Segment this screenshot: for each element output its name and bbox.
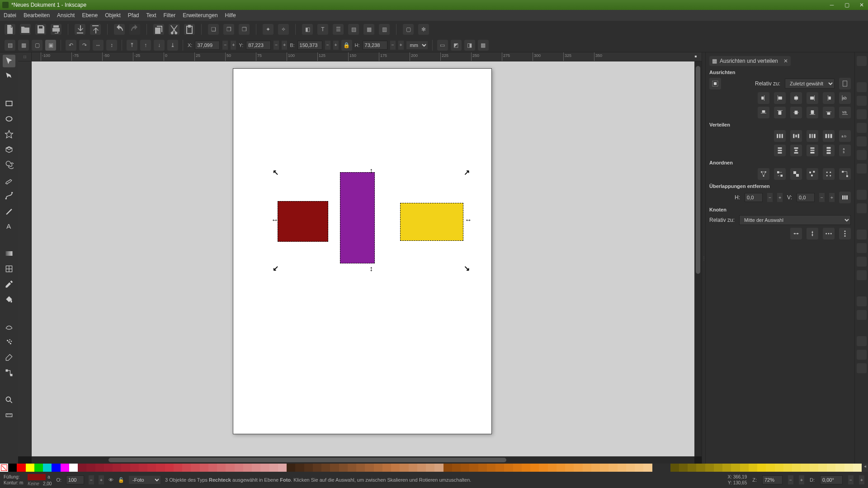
- dropper-tool[interactable]: [3, 278, 15, 291]
- save-button[interactable]: [35, 24, 46, 35]
- doc-properties-button[interactable]: ▢: [403, 24, 414, 35]
- align-bottom-out-button[interactable]: [823, 107, 835, 118]
- palette-menu-button[interactable]: ◂: [862, 464, 868, 472]
- swatch[interactable]: [174, 464, 182, 472]
- swatch[interactable]: [844, 464, 853, 472]
- redo-button[interactable]: [129, 24, 140, 35]
- affect-corners-button[interactable]: ◩: [451, 40, 462, 51]
- swatch[interactable]: [321, 464, 330, 472]
- opacity-inc[interactable]: +: [99, 475, 104, 484]
- flip-h-button[interactable]: ↔: [93, 40, 104, 51]
- dock-btn-17[interactable]: [857, 350, 867, 360]
- overlap-v-dec[interactable]: −: [819, 193, 825, 202]
- calligraphy-tool[interactable]: [3, 205, 15, 217]
- arrange-graph-button[interactable]: [758, 168, 769, 180]
- swatch[interactable]: [287, 464, 295, 472]
- bezier-tool[interactable]: [3, 189, 15, 202]
- swatch[interactable]: [670, 464, 679, 472]
- transform-button[interactable]: ▥: [379, 24, 390, 35]
- swatch[interactable]: [557, 464, 565, 472]
- swatch[interactable]: [705, 464, 714, 472]
- swatch[interactable]: [235, 464, 243, 472]
- swatch[interactable]: [714, 464, 722, 472]
- selector-tool[interactable]: [3, 55, 15, 67]
- select-all-layers-button[interactable]: ▤: [5, 40, 15, 51]
- swatch[interactable]: [548, 464, 557, 472]
- align-right-out-button[interactable]: [823, 92, 835, 104]
- paste-button[interactable]: [184, 24, 195, 35]
- canvas-viewport[interactable]: ↖ ↕ ↗ ↔ ↔ ↙ ↕ ↘: [32, 61, 694, 456]
- swatch[interactable]: [591, 464, 600, 472]
- swatch[interactable]: [696, 464, 705, 472]
- swatch[interactable]: [113, 464, 121, 472]
- dock-btn-18[interactable]: [857, 363, 867, 373]
- align-last-selected-icon[interactable]: [839, 78, 851, 89]
- node-align-v-button[interactable]: [807, 228, 818, 239]
- zoom-input[interactable]: [762, 475, 783, 484]
- arrange-exchange-pos-button[interactable]: [774, 168, 786, 180]
- node-distribute-h-button[interactable]: [823, 228, 835, 239]
- swatch[interactable]: [260, 464, 269, 472]
- print-button[interactable]: [51, 24, 61, 35]
- swatch[interactable]: [583, 464, 591, 472]
- swatch[interactable]: [61, 464, 69, 472]
- swatch[interactable]: [565, 464, 574, 472]
- swatch[interactable]: [757, 464, 766, 472]
- b-input[interactable]: [297, 41, 322, 50]
- rotate-cw-button[interactable]: ↷: [79, 40, 90, 51]
- swatch[interactable]: [43, 464, 52, 472]
- handle-nw[interactable]: ↖: [273, 168, 278, 177]
- h-dec[interactable]: −: [390, 41, 396, 50]
- stroke-value[interactable]: Keine: [28, 481, 39, 486]
- dock-btn-9[interactable]: [857, 203, 867, 213]
- overlap-h-dec[interactable]: −: [767, 193, 773, 202]
- swatch[interactable]: [609, 464, 617, 472]
- dock-btn-11[interactable]: [857, 243, 867, 253]
- swatch[interactable]: [121, 464, 130, 472]
- swatch[interactable]: [853, 464, 862, 472]
- menu-ebene[interactable]: Ebene: [82, 12, 98, 19]
- swatch[interactable]: [269, 464, 278, 472]
- rotation-input[interactable]: [820, 475, 843, 484]
- handle-w[interactable]: ↔: [271, 216, 278, 224]
- dock-btn-1[interactable]: [857, 82, 867, 92]
- swatch[interactable]: [618, 464, 626, 472]
- box3d-tool[interactable]: [3, 143, 15, 156]
- text-button[interactable]: T: [317, 24, 328, 35]
- swatch[interactable]: [426, 464, 434, 472]
- dock-btn-13[interactable]: [857, 270, 867, 280]
- stroke-width[interactable]: 2,00: [43, 481, 52, 486]
- y-dec[interactable]: −: [274, 41, 279, 50]
- menu-pfad[interactable]: Pfad: [128, 12, 139, 19]
- raise-button[interactable]: ↑: [140, 40, 151, 51]
- swatch[interactable]: [487, 464, 495, 472]
- swatch[interactable]: [409, 464, 417, 472]
- overlap-h-inc[interactable]: +: [777, 193, 783, 202]
- dock-btn-5[interactable]: [857, 136, 867, 146]
- swatch[interactable]: [69, 464, 78, 472]
- ruler-corner[interactable]: [18, 52, 32, 61]
- opacity-input[interactable]: [66, 475, 84, 484]
- swatch[interactable]: [731, 464, 740, 472]
- swatch[interactable]: [147, 464, 156, 472]
- swatch[interactable]: [522, 464, 530, 472]
- swatch[interactable]: [749, 464, 757, 472]
- import-button[interactable]: [75, 24, 85, 35]
- swatch[interactable]: [365, 464, 373, 472]
- swatch[interactable]: [156, 464, 165, 472]
- distribute-text-v-button[interactable]: ab: [839, 145, 851, 156]
- distribute-center-h-button[interactable]: [790, 130, 802, 142]
- star-tool[interactable]: [3, 128, 15, 141]
- menu-objekt[interactable]: Objekt: [105, 12, 121, 19]
- affect-stroke-button[interactable]: ▭: [437, 40, 448, 51]
- swatch[interactable]: [313, 464, 321, 472]
- swatch[interactable]: [643, 464, 652, 472]
- menu-hilfe[interactable]: Hilfe: [225, 12, 236, 19]
- relativ-select[interactable]: Zuletzt gewählt: [785, 79, 835, 89]
- dock-btn-10[interactable]: [857, 230, 867, 239]
- rectangle-tool[interactable]: [3, 97, 15, 110]
- swatch[interactable]: [26, 464, 34, 472]
- swatch[interactable]: [191, 464, 199, 472]
- align-bottom-button[interactable]: [807, 107, 818, 118]
- layer-select[interactable]: -Foto: [129, 476, 160, 484]
